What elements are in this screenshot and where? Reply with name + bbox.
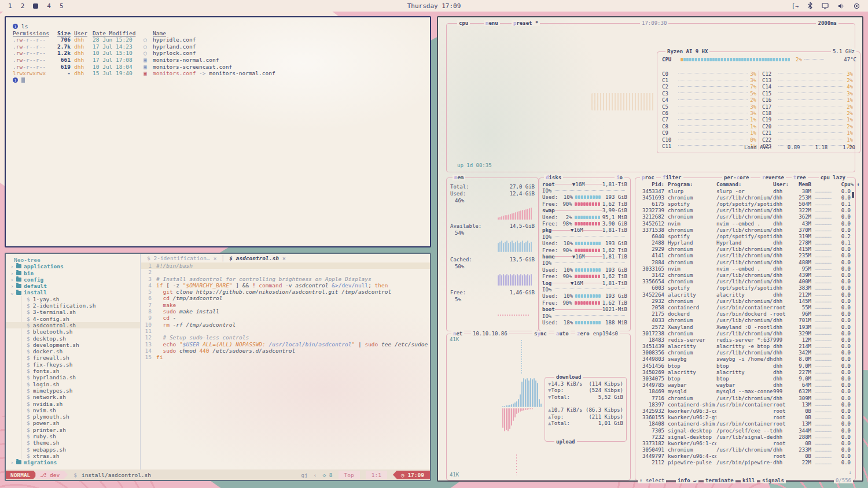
tree-folder[interactable]: ›bin <box>6 270 140 276</box>
workspace-button[interactable]: 4 <box>47 2 51 10</box>
sync-toggle[interactable]: sync <box>532 331 549 337</box>
io-toggle[interactable]: io <box>615 175 624 180</box>
tree-toggle[interactable]: tree <box>792 175 808 180</box>
process-row[interactable]: 3371538chromium/usr/lib/chromium/dhh370M… <box>638 227 853 233</box>
process-row[interactable]: 3017238chromium/usr/lib/chromium/dhh329M… <box>638 330 853 337</box>
tree-file[interactable]: $fix-fkeys.sh <box>6 361 140 368</box>
process-row[interactable]: 3373182kworker/u96:1-coroot0B………………0.0 <box>638 440 853 446</box>
nvim-window[interactable]: Neo-tree ›applications›bin›config›defaul… <box>5 253 431 481</box>
process-row[interactable]: 6003spotify/opt/spotify/spotidhh383M…………… <box>638 285 853 291</box>
screencast-icon[interactable]: [→ <box>792 3 799 9</box>
close-tab-icon[interactable]: × <box>214 255 217 261</box>
process-row[interactable]: 2884chromium/usr/lib/chromium/dhh488M………… <box>638 259 853 265</box>
per-core-toggle[interactable]: per-core <box>722 175 751 180</box>
process-row[interactable]: 3453347slurpslurp -ordhh38M………………0.0 <box>638 188 853 194</box>
process-row[interactable]: 3452612nvimnvim --embed .dhh43M………………0.0 <box>638 220 853 227</box>
process-row[interactable]: 3033165nvimnvim --embed .dhh95M………………0.0 <box>638 265 853 272</box>
process-row[interactable]: 3034075btopbtopdhh9.0M………………0.0 <box>638 375 853 382</box>
zero-toggle[interactable]: zero <box>575 331 591 337</box>
tree-file[interactable]: $xtras.sh <box>6 453 140 459</box>
process-row[interactable]: 4033chromium/usr/lib/chromium/dhh701M………… <box>638 317 853 324</box>
tree-file[interactable]: $firewall.sh <box>6 354 140 361</box>
process-row[interactable]: 3451693chromium/usr/lib/chromium/dhh253M… <box>638 194 853 201</box>
net-box-label[interactable]: net <box>451 331 464 337</box>
disks-box-label[interactable]: disks <box>544 175 563 180</box>
tree-file[interactable]: $nvidia.sh <box>6 401 140 407</box>
process-row[interactable]: 3451456btopbtopdhh9.0M………………0.0 <box>638 363 853 369</box>
process-row[interactable]: 2932chromium/usr/lib/chromium/dhh145M………… <box>638 298 853 304</box>
tree-file[interactable]: $plymouth.sh <box>6 413 140 420</box>
update-interval[interactable]: 2000ms <box>816 20 838 26</box>
process-row[interactable]: 18469mysqldmysqld --max-conne999632M…………… <box>638 389 853 395</box>
tree-file[interactable]: $power.sh <box>6 420 140 426</box>
workspace-active[interactable] <box>33 3 38 9</box>
tree-file[interactable]: $2-identification.sh <box>6 302 140 309</box>
bluetooth-icon[interactable] <box>808 2 812 9</box>
tree-file[interactable]: $bluetooth.sh <box>6 328 140 335</box>
workspace-button[interactable]: 1 <box>8 2 12 10</box>
tree-file[interactable]: $asdcontrol.sh <box>6 322 140 328</box>
terminal-window[interactable]: ❯ ls PermissionsSizeUserDate ModifiedNam… <box>5 16 431 247</box>
tree-file[interactable]: $fonts.sh <box>6 368 140 374</box>
tree-file[interactable]: $nvim.sh <box>6 407 140 413</box>
tree-folder[interactable]: ›config <box>6 276 140 283</box>
process-row[interactable]: 7716chromium/usr/lib/chromium/dhh309M………… <box>638 395 853 401</box>
cpu-box-label[interactable]: cpu <box>457 20 470 26</box>
tree-file[interactable]: $docker.sh <box>6 348 140 354</box>
process-row[interactable]: 2929chromium/usr/lib/chromium/dhh415M………… <box>638 246 853 253</box>
tree-folder[interactable]: ›migrations <box>6 459 140 465</box>
select-hint[interactable]: ↑ select <box>638 478 666 483</box>
workspace-button[interactable]: 5 <box>60 2 64 10</box>
process-row[interactable]: 2488HyprlandHyprlanddhh278M………………0.1 <box>638 240 853 246</box>
process-row[interactable]: 3449797kworker/u96:4-coroot0B………………0.0 <box>638 453 853 460</box>
process-row[interactable]: 3360155kworker/u96:2-gfroot0B………………0.0 <box>638 415 853 421</box>
menu-button[interactable]: menu <box>484 20 500 26</box>
process-row[interactable]: 3451439alacrittyalacritty -e btopdhh214M… <box>638 343 853 350</box>
process-row[interactable]: 18483redis-serverredis-server *:63799912… <box>638 337 853 343</box>
tree-file[interactable]: $hyprlandia.sh <box>6 374 140 380</box>
scrollbar-thumb[interactable] <box>852 192 854 198</box>
mem-box-label[interactable]: mem <box>453 175 465 180</box>
tree-folder[interactable]: ›default <box>6 283 140 289</box>
tree-file[interactable]: $3-terminal.sh <box>6 309 140 315</box>
auto-toggle[interactable]: auto <box>554 331 571 337</box>
tree-file[interactable]: $4-config.sh <box>6 316 140 322</box>
tree-file[interactable]: $network.sh <box>6 394 140 400</box>
process-row[interactable]: 3425932kworker/u96:3-coroot0B………………0.0 <box>638 408 853 414</box>
signals-button[interactable]: signals <box>760 478 786 483</box>
process-row[interactable]: 7305signal-desktop/proc/self/exe --tdhh3… <box>638 427 853 434</box>
editor-tab[interactable]: $ 2-identification…× <box>147 255 216 261</box>
process-row[interactable]: 3356654chromium/usr/lib/chromium/dhh400M… <box>638 279 853 285</box>
tree-file[interactable]: $printer.sh <box>6 427 140 433</box>
tree-file[interactable]: $mimetypes.sh <box>6 387 140 394</box>
btop-window[interactable]: cpu menu preset * 17:09:30 2000ms up 1d … <box>437 16 863 482</box>
process-row[interactable]: 3232739chromium/usr/lib/chromium/dhh322M… <box>638 208 853 214</box>
info-button[interactable]: info ↵ <box>676 478 698 483</box>
process-row[interactable]: 3008356chromium/usr/lib/chromium/dhh342M… <box>638 350 853 356</box>
volume-icon[interactable] <box>838 3 844 9</box>
tree-file[interactable]: $development.sh <box>6 342 140 348</box>
close-tab-icon[interactable]: × <box>282 255 286 261</box>
settings-icon[interactable] <box>854 3 860 9</box>
editor-panel[interactable]: $ 2-identification…×│$ asdcontrol.sh× 1#… <box>141 254 430 469</box>
process-row[interactable]: 3449785waybarwaybardhh64M………………0.0 <box>638 382 853 389</box>
process-row[interactable]: 18408containerd-shim/usr/bin/containerro… <box>638 421 853 427</box>
tree-folder[interactable]: ⌄install <box>6 289 140 295</box>
process-row[interactable]: 3212682chromium/usr/lib/chromium/dhh362M… <box>638 214 853 220</box>
tree-file[interactable]: $theme.sh <box>6 439 140 446</box>
tree-file[interactable]: $ruby.sh <box>6 433 140 439</box>
preset-button[interactable]: preset * <box>512 20 540 26</box>
process-row[interactable]: 3050491chromium/usr/lib/chromium/dhh233M… <box>638 447 853 453</box>
process-row[interactable]: 2058containerd/usr/bin/containerroot55M…… <box>638 304 853 310</box>
reverse-toggle[interactable]: reverse <box>760 175 786 180</box>
sort-mode[interactable]: cpu lazy <box>819 175 847 180</box>
process-row[interactable]: 3450269alacrittyalacrittydhh227M………………0.… <box>638 369 853 375</box>
process-row[interactable]: 3142chromium/usr/lib/chromium/dhh439M………… <box>638 272 853 278</box>
process-row[interactable]: 3449803swaybgswaybg -i /home/dhdhh8.0M……… <box>638 356 853 363</box>
tree-file[interactable]: $desktop.sh <box>6 335 140 342</box>
process-row[interactable]: 2572XwaylandXwayland :0 -rootldhh193M………… <box>638 324 853 330</box>
process-row[interactable]: 18397containerd-shim/usr/bin/containerro… <box>638 401 853 408</box>
scroll-down-icon[interactable]: ↓ <box>849 469 852 475</box>
process-row[interactable]: 3452264alacrittyalacrittydhh212M………………0.… <box>638 291 853 298</box>
process-row[interactable]: 2112pipewire-pulse/usr/bin/pipewire-dhh2… <box>638 460 853 466</box>
